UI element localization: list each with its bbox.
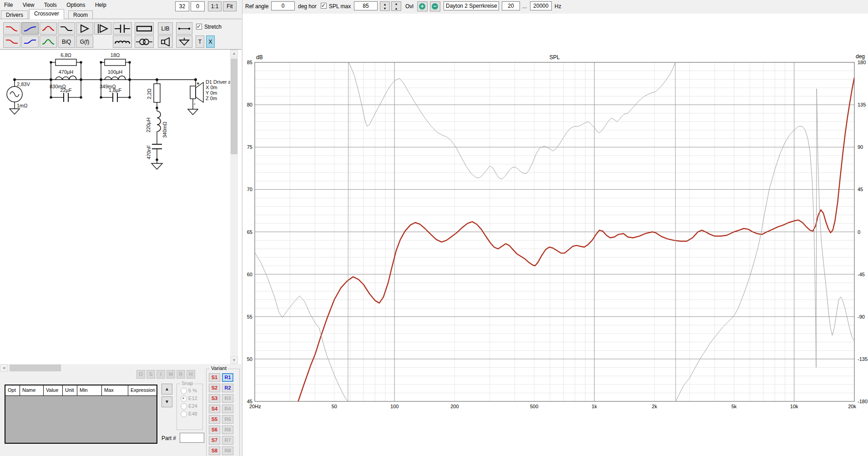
row-down-button[interactable]: ▼	[161, 396, 172, 407]
tab-room[interactable]: Room	[68, 10, 93, 19]
variant-r6-button[interactable]: R6	[222, 426, 233, 434]
snap-e12-radio[interactable]	[181, 395, 187, 402]
variant-r8-button[interactable]: R8	[222, 446, 233, 455]
snap-e24-radio[interactable]	[181, 403, 187, 410]
library-button[interactable]: LIB	[158, 22, 173, 35]
mode-m-button[interactable]: M	[167, 370, 175, 379]
row-up-button[interactable]: ▲	[161, 384, 172, 395]
menu-file[interactable]: File	[0, 0, 17, 10]
variant-s2-button[interactable]: S2	[209, 384, 220, 392]
variant-s1-button[interactable]: S1	[209, 373, 220, 382]
amp-button[interactable]	[76, 22, 93, 35]
overlay-variant-select[interactable]: Dayton 2 Sperrkreise 1 S	[444, 1, 499, 10]
schematic-hscrollbar[interactable]: ◄	[0, 364, 242, 372]
highshelf-icon	[23, 38, 37, 46]
lowpass-red-button[interactable]	[3, 22, 20, 35]
mode-r-button[interactable]: R	[177, 370, 185, 379]
biquad-button[interactable]: BiQ	[58, 35, 75, 48]
part-number-input[interactable]	[180, 433, 204, 443]
variant-s6-button[interactable]: S6	[209, 426, 220, 434]
svg-text:65: 65	[247, 229, 252, 235]
stretch-checkbox[interactable]	[196, 24, 202, 30]
driver-minus-label: -	[194, 101, 196, 106]
driver-x-label: X 0m	[206, 85, 217, 90]
overlay-remove-button[interactable]: −	[430, 1, 440, 11]
vscroll-thumb[interactable]	[231, 59, 237, 154]
buffer-amp-icon	[96, 24, 109, 33]
svg-text:50: 50	[247, 356, 252, 362]
snap-5pct-radio[interactable]	[181, 388, 187, 394]
svg-text:-90: -90	[858, 314, 865, 319]
fit-vertical-icon[interactable]: ▼▲	[391, 1, 401, 11]
variant-r2-button[interactable]: R2	[222, 384, 233, 392]
parameter-table[interactable]: Opt Name Value Unit Min Max Expression	[5, 385, 157, 444]
tab-drivers[interactable]: Drivers	[1, 10, 28, 19]
svg-text:85: 85	[247, 60, 252, 65]
lowshelf-red-button[interactable]	[3, 35, 20, 48]
freq-from-input[interactable]: 20	[502, 1, 520, 10]
buffer-amp-button[interactable]	[94, 22, 111, 35]
svg-text:135: 135	[858, 102, 866, 107]
variant-r7-button[interactable]: R7	[222, 436, 233, 445]
col-expression: Expression	[128, 385, 156, 395]
menu-view[interactable]: View	[19, 0, 39, 10]
freq-to-input[interactable]: 20000	[530, 1, 552, 10]
lowpass-icon	[5, 25, 19, 33]
svg-text:dB: dB	[256, 54, 263, 61]
stretch-label: Stretch	[204, 24, 222, 30]
variant-s4-button[interactable]: S4	[209, 405, 220, 413]
highpass-blue-button[interactable]	[21, 22, 39, 35]
variant-s7-button[interactable]: S7	[209, 436, 220, 445]
variant-r1-button[interactable]: R1	[222, 373, 233, 382]
svg-text:deg: deg	[856, 53, 865, 60]
capacitor-button[interactable]	[113, 22, 132, 35]
resistor-button[interactable]	[135, 22, 154, 35]
spin-updown-icon[interactable]: ▲▼	[380, 1, 390, 11]
menu-help[interactable]: Help	[91, 0, 111, 10]
menu-options[interactable]: Options	[62, 0, 89, 10]
t-node-button[interactable]: T	[196, 35, 204, 48]
hscroll-thumb[interactable]	[10, 365, 61, 371]
variant-r4-button[interactable]: R4	[222, 405, 233, 413]
ref-angle-input[interactable]: 0	[271, 1, 295, 10]
speaker-button[interactable]	[158, 35, 173, 48]
overlay-add-button[interactable]: +	[417, 1, 428, 11]
spl-max-checkbox[interactable]	[321, 3, 327, 9]
mode-o-button[interactable]: O	[136, 370, 145, 379]
spl-max-input[interactable]: 85	[354, 1, 378, 10]
wire-button[interactable]	[176, 22, 192, 35]
transformer-button[interactable]	[135, 35, 154, 48]
resistor-icon	[136, 25, 152, 32]
gf-button[interactable]: G(f)	[76, 35, 93, 48]
tab-crossover[interactable]: Crossover	[29, 9, 64, 19]
schematic-canvas[interactable]: 2,83V 1mΩ 6,8Ω 470µH 830mΩ 22µF 18Ω 100µ…	[0, 49, 242, 365]
source-voltage-label: 2,83V	[17, 81, 30, 87]
variant-s8-button[interactable]: S8	[209, 446, 220, 455]
highshelf-blue-button[interactable]	[21, 35, 39, 48]
ground-button[interactable]	[176, 35, 192, 48]
shelf-black-button[interactable]	[58, 22, 75, 35]
variant-s5-button[interactable]: S5	[209, 415, 220, 424]
svg-text:75: 75	[247, 144, 252, 150]
capacitor-icon	[115, 24, 130, 33]
bandpass-green-button[interactable]	[40, 35, 57, 48]
menu-tools[interactable]: Tools	[40, 0, 61, 10]
x-delete-button[interactable]: X	[206, 35, 215, 48]
variant-s3-button[interactable]: S3	[209, 394, 220, 403]
scroll-up-icon[interactable]: ▲	[230, 50, 238, 57]
schematic-vscrollbar[interactable]: ▲ ▼	[230, 50, 238, 364]
mode-s-button[interactable]: S	[146, 370, 155, 379]
mode-h-button[interactable]: H	[187, 370, 195, 379]
snap-group: Snap 5 % E12 E24 E48	[177, 384, 203, 430]
snap-e48-radio[interactable]	[181, 411, 187, 417]
svg-text:20k: 20k	[848, 404, 856, 409]
inductor-button[interactable]	[113, 35, 132, 48]
bandpass-red-button[interactable]	[40, 22, 57, 35]
variant-r5-button[interactable]: R5	[222, 415, 233, 424]
mode-i-button[interactable]: I	[156, 370, 165, 379]
bottom-panel: O S I M R H Opt Name Value Unit Min Max …	[0, 372, 242, 456]
scroll-down-icon[interactable]: ▼	[230, 356, 238, 364]
amp-icon	[79, 24, 90, 33]
variant-r3-button[interactable]: R3	[222, 394, 233, 403]
scroll-left-icon[interactable]: ◄	[0, 364, 8, 372]
